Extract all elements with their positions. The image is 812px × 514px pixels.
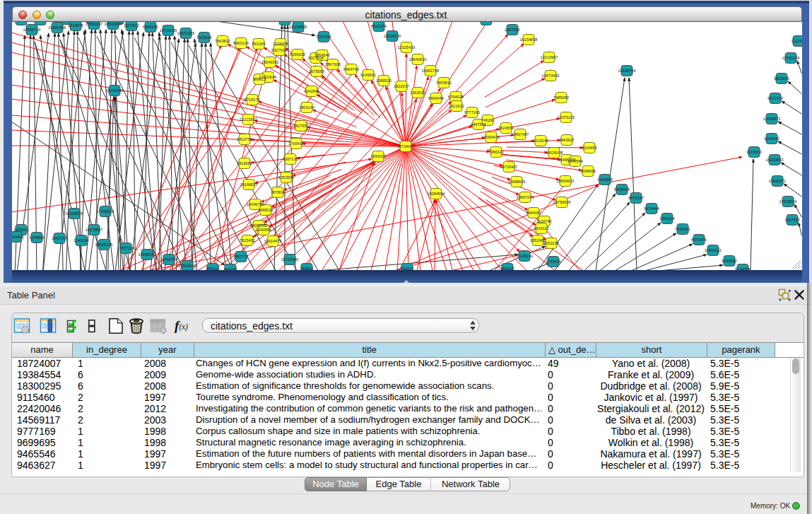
svg-text:19756928: 19756928 <box>553 200 571 204</box>
svg-text:989613: 989613 <box>253 77 266 81</box>
svg-text:20053346: 20053346 <box>106 88 124 93</box>
svg-text:1935001: 1935001 <box>13 228 29 232</box>
svg-text:16961758: 16961758 <box>422 69 440 73</box>
svg-text:2942737: 2942737 <box>52 236 67 240</box>
svg-text:1822037: 1822037 <box>394 84 409 88</box>
svg-text:15692971: 15692971 <box>769 179 787 183</box>
svg-text:1120746: 1120746 <box>536 219 551 223</box>
svg-text:1527602: 1527602 <box>124 23 139 28</box>
svg-text:9146821: 9146821 <box>360 73 376 77</box>
svg-text:10973493: 10973493 <box>542 74 560 78</box>
svg-text:8960124: 8960124 <box>233 41 249 45</box>
svg-text:1954546: 1954546 <box>314 53 330 57</box>
svg-text:20691406: 20691406 <box>49 25 66 30</box>
svg-text:20364436: 20364436 <box>483 135 500 139</box>
svg-text:11325419: 11325419 <box>398 45 415 49</box>
svg-text:9474444: 9474444 <box>644 206 659 211</box>
svg-text:16648764: 16648764 <box>618 69 636 73</box>
svg-text:10046788: 10046788 <box>247 202 264 206</box>
svg-text:17359924: 17359924 <box>97 209 114 214</box>
svg-text:2867608: 2867608 <box>325 62 341 66</box>
svg-text:12093872: 12093872 <box>763 117 781 121</box>
svg-text:14055724: 14055724 <box>23 28 41 32</box>
svg-text:891295: 891295 <box>252 42 266 46</box>
svg-text:1353594: 1353594 <box>278 175 294 180</box>
svg-text:2718176: 2718176 <box>245 98 260 102</box>
svg-text:10688609: 10688609 <box>508 180 526 184</box>
svg-text:8471676: 8471676 <box>691 238 707 242</box>
svg-text:1621022: 1621022 <box>449 104 464 108</box>
svg-text:1498222: 1498222 <box>258 208 273 212</box>
svg-text:7357224: 7357224 <box>316 35 331 39</box>
svg-text:16154838: 16154838 <box>520 37 538 42</box>
svg-text:9227343: 9227343 <box>767 96 783 100</box>
svg-text:9684067: 9684067 <box>526 211 541 215</box>
svg-text:1830027: 1830027 <box>370 154 386 158</box>
svg-text:7955812: 7955812 <box>436 81 452 85</box>
svg-text:1849584: 1849584 <box>567 159 583 163</box>
svg-text:9777169: 9777169 <box>464 110 480 115</box>
svg-text:2935114: 2935114 <box>659 216 674 221</box>
svg-text:3624554: 3624554 <box>498 126 514 130</box>
svg-text:7632621: 7632621 <box>675 227 690 231</box>
svg-text:8813054: 8813054 <box>371 24 387 28</box>
svg-text:10975867: 10975867 <box>86 228 103 232</box>
svg-text:9699695: 9699695 <box>580 169 596 173</box>
svg-text:18807249: 18807249 <box>517 195 534 199</box>
svg-text:7485063: 7485063 <box>553 95 569 100</box>
svg-text:1700416: 1700416 <box>288 141 304 146</box>
svg-text:1226058: 1226058 <box>273 42 288 46</box>
svg-text:7986322: 7986322 <box>488 150 504 154</box>
svg-text:3915401: 3915401 <box>12 235 24 239</box>
svg-text:12975115: 12975115 <box>558 115 575 119</box>
svg-text:12213382: 12213382 <box>240 117 257 122</box>
svg-text:18724007: 18724007 <box>397 144 415 148</box>
svg-text:12213967: 12213967 <box>541 55 558 59</box>
svg-text:10653267: 10653267 <box>86 22 103 26</box>
svg-text:6216049: 6216049 <box>533 139 548 143</box>
svg-text:3267130: 3267130 <box>283 157 298 161</box>
svg-text:1640954: 1640954 <box>597 177 613 182</box>
svg-text:2087682: 2087682 <box>505 28 520 32</box>
svg-text:9242848: 9242848 <box>304 89 319 93</box>
svg-text:1810755: 1810755 <box>237 137 252 141</box>
svg-text:10719155: 10719155 <box>160 28 177 33</box>
svg-text:15716485: 15716485 <box>281 257 299 262</box>
svg-text:9245652: 9245652 <box>722 259 737 263</box>
svg-text:3675685: 3675685 <box>309 69 324 74</box>
svg-text:15720407: 15720407 <box>500 165 518 169</box>
svg-text:15136141: 15136141 <box>516 254 534 258</box>
svg-text:8938928: 8938928 <box>614 187 630 192</box>
svg-text:18654923: 18654923 <box>557 179 575 183</box>
svg-text:10654112: 10654112 <box>705 248 722 252</box>
svg-text:16543392: 16543392 <box>261 60 279 64</box>
svg-text:1244415: 1244415 <box>764 136 779 141</box>
svg-text:19166825: 19166825 <box>240 182 258 187</box>
svg-text:12505135: 12505135 <box>95 243 113 247</box>
svg-text:10807487: 10807487 <box>512 132 529 136</box>
svg-text:16782759: 16782759 <box>160 257 178 262</box>
svg-text:887834: 887834 <box>271 190 285 194</box>
svg-text:1916682: 1916682 <box>237 161 252 165</box>
svg-text:19218506: 19218506 <box>384 34 401 38</box>
svg-text:20206576: 20206576 <box>66 211 83 216</box>
svg-text:17016504: 17016504 <box>779 199 797 204</box>
svg-text:6794028: 6794028 <box>448 95 464 99</box>
svg-text:19384554: 19384554 <box>428 192 445 196</box>
svg-text:9463627: 9463627 <box>559 138 575 142</box>
svg-text:16914479: 16914479 <box>264 239 282 243</box>
svg-text:9115460: 9115460 <box>582 146 596 150</box>
svg-text:10958167: 10958167 <box>139 252 156 257</box>
svg-text:18640910: 18640910 <box>409 57 427 62</box>
svg-text:8454749: 8454749 <box>343 67 359 71</box>
svg-text:8427552: 8427552 <box>293 124 309 128</box>
svg-text:2252234: 2252234 <box>543 241 559 245</box>
svg-text:9857771: 9857771 <box>233 255 249 259</box>
svg-text:1240994: 1240994 <box>256 228 271 232</box>
svg-text:7663822: 7663822 <box>215 39 230 43</box>
svg-text:3215953: 3215953 <box>746 150 762 154</box>
svg-text:1167533: 1167533 <box>784 218 799 222</box>
svg-text:1145194: 1145194 <box>73 238 88 243</box>
svg-text:7625402: 7625402 <box>240 238 255 243</box>
svg-text:1588520: 1588520 <box>376 78 392 83</box>
